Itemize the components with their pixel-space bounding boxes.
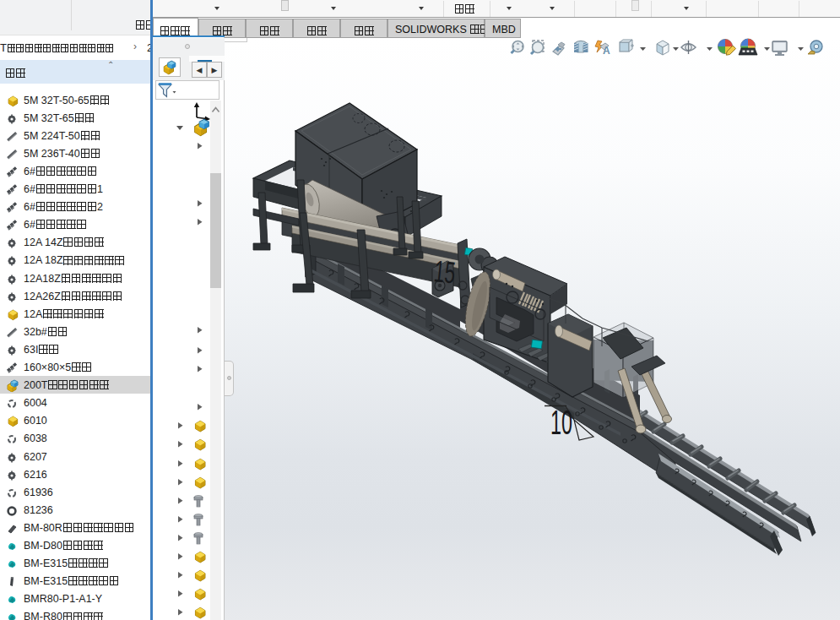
svg-text:15: 15 [432,253,457,290]
svg-text:10: 10 [550,403,572,442]
svg-text:A: A [603,45,610,57]
